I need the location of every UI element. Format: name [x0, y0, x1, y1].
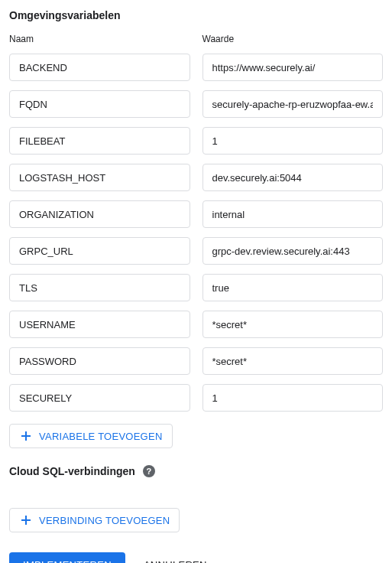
name-column: Naam [9, 34, 190, 421]
env-var-name-input[interactable] [9, 347, 190, 375]
env-var-name-input[interactable] [9, 164, 190, 191]
env-var-name-input[interactable] [9, 311, 190, 338]
env-vars-title: Omgevingsvariabelen [9, 9, 383, 21]
add-variable-label: VARIABELE TOEVOEGEN [39, 431, 163, 442]
env-var-name-input[interactable] [9, 274, 190, 301]
plus-icon [19, 429, 33, 443]
add-variable-button[interactable]: VARIABELE TOEVOEGEN [9, 424, 173, 448]
env-var-value-input[interactable] [202, 200, 384, 228]
env-var-value-input[interactable] [202, 54, 384, 81]
cloud-sql-title-row: Cloud SQL-verbindingen ? [9, 465, 383, 477]
env-var-name-input[interactable] [9, 200, 190, 228]
env-var-value-input[interactable] [202, 384, 384, 412]
env-var-value-input[interactable] [202, 127, 384, 155]
cancel-button[interactable]: ANNULEREN [144, 559, 207, 563]
env-var-value-input[interactable] [202, 164, 384, 191]
cloud-sql-section: Cloud SQL-verbindingen ? VERBINDING TOEV… [9, 465, 383, 532]
name-column-header: Naam [9, 34, 190, 44]
env-var-name-input[interactable] [9, 237, 190, 265]
env-var-name-input[interactable] [9, 384, 190, 412]
env-var-value-input[interactable] [202, 237, 384, 265]
env-var-name-input[interactable] [9, 90, 190, 118]
help-icon[interactable]: ? [143, 465, 155, 477]
env-var-value-input[interactable] [202, 311, 384, 338]
env-vars-section: Omgevingsvariabelen Naam Waarde [9, 9, 383, 448]
env-var-name-input[interactable] [9, 54, 190, 81]
env-var-value-input[interactable] [202, 274, 384, 301]
env-var-name-input[interactable] [9, 127, 190, 155]
value-column-header: Waarde [202, 34, 384, 44]
footer-actions: IMPLEMENTEREN ANNULEREN [9, 552, 383, 563]
add-connection-label: VERBINDING TOEVOEGEN [39, 515, 170, 526]
value-column: Waarde [202, 34, 384, 421]
implement-button[interactable]: IMPLEMENTEREN [9, 552, 125, 563]
env-vars-columns: Naam Waarde [9, 34, 383, 421]
env-var-value-input[interactable] [202, 347, 384, 375]
add-connection-button[interactable]: VERBINDING TOEVOEGEN [9, 508, 180, 532]
plus-icon [19, 513, 33, 527]
env-var-value-input[interactable] [202, 90, 384, 118]
cloud-sql-title: Cloud SQL-verbindingen [9, 465, 135, 477]
